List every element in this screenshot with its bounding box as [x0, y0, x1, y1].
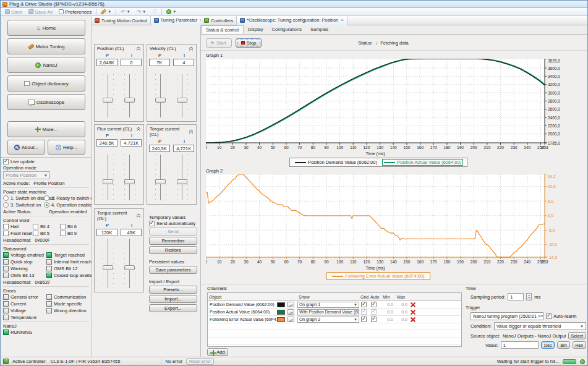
about-button[interactable]: N About...: [7, 140, 45, 155]
torque-cl-i-value[interactable]: 4,721K: [173, 145, 194, 152]
sidebar-item-object-dictionary[interactable]: Object dictionary: [7, 75, 85, 92]
slider-thumb[interactable]: [155, 179, 166, 184]
collapse-icon[interactable]: [189, 129, 194, 134]
position-p-value[interactable]: 2,048K: [96, 59, 117, 66]
psm-option-3[interactable]: 3. Switched on: [3, 202, 44, 208]
sidebar-item-oscilloscope[interactable]: Oscilloscope: [7, 94, 85, 110]
slider-thumb[interactable]: [124, 98, 135, 103]
slider-thumb[interactable]: [155, 98, 166, 103]
dec-button[interactable]: Dec: [541, 341, 555, 349]
export-button[interactable]: Export...: [149, 304, 197, 312]
subtab-display[interactable]: Display: [244, 25, 268, 34]
import-button[interactable]: Import...: [149, 295, 197, 303]
flux-p-slider[interactable]: [100, 153, 116, 202]
save-parameters-button[interactable]: Save parameters: [149, 266, 197, 274]
cw-bit4-checkbox[interactable]: Bit 4: [33, 224, 60, 229]
grid-checkbox[interactable]: [361, 302, 367, 307]
position-p-slider[interactable]: [100, 73, 116, 119]
trigger-select[interactable]: NanoJ tuning program (2500:01 >= 1)▼: [471, 312, 543, 320]
show-dropdown[interactable]: On graph 1▼: [297, 302, 359, 308]
help-button[interactable]: ? Help...: [48, 140, 85, 155]
psm-option-2[interactable]: 2. Ready to switch on: [44, 195, 96, 201]
position-i-slider[interactable]: [122, 73, 138, 119]
show-dropdown[interactable]: With Position Demand Value (606▼: [297, 309, 359, 315]
save-all-button[interactable]: Save All: [27, 9, 54, 15]
channel-color-swatch[interactable]: [277, 317, 285, 322]
channel-row-position-actual[interactable]: Position Actual Value (6064:00) With Pos…: [208, 309, 461, 316]
show-dropdown[interactable]: On graph 2▼: [297, 317, 359, 323]
channel-row-position-demand[interactable]: Position Demand Value (6062:00) On graph…: [208, 301, 461, 309]
stop-button[interactable]: Stop: [236, 38, 262, 48]
collapse-icon[interactable]: [136, 213, 141, 218]
channel-color-swatch[interactable]: [277, 310, 285, 315]
edit-pen-icon[interactable]: [287, 302, 294, 307]
wizard-button[interactable]: ▼: [99, 9, 113, 15]
trigger-value-input[interactable]: 1: [501, 341, 539, 349]
delete-channel-icon[interactable]: [410, 302, 416, 308]
slider-thumb[interactable]: [103, 98, 113, 103]
close-icon[interactable]: ×: [341, 17, 344, 23]
torque-ol-i-value[interactable]: 45K: [121, 229, 142, 236]
tab-tuning-parameter[interactable]: Tuning Parameter ×: [151, 16, 207, 25]
flux-i-value[interactable]: 4,721K: [121, 139, 142, 147]
edit-pen-icon[interactable]: [287, 317, 294, 322]
subtab-samples[interactable]: Samples: [306, 25, 333, 34]
auto-rearm-checkbox[interactable]: Auto-rearm: [546, 313, 577, 319]
cw-bit9-checkbox[interactable]: Bit 9: [60, 231, 89, 236]
restore-button[interactable]: Restore: [149, 246, 197, 254]
select-button[interactable]: Select: [568, 332, 586, 339]
sidebar-item-home[interactable]: ⌂ Home: [7, 20, 85, 36]
auto-checkbox[interactable]: [371, 317, 377, 322]
collapse-icon[interactable]: [136, 127, 141, 132]
edit-pen-icon[interactable]: [287, 309, 294, 315]
start-button[interactable]: Start: [206, 38, 232, 48]
live-update-checkbox[interactable]: Live update: [3, 159, 89, 164]
torque-cl-i-slider[interactable]: [174, 153, 190, 202]
delete-channel-icon[interactable]: [410, 317, 416, 323]
collapse-icon[interactable]: [189, 46, 194, 51]
sidebar-item-motor-tuning[interactable]: Motor Tuning: [7, 38, 85, 54]
sampling-period-input[interactable]: 1: [508, 293, 524, 300]
tab-oscilloscope-config[interactable]: *Oscilloscope: Tuning configuration: Pos…: [237, 16, 347, 25]
torque-cl-p-slider[interactable]: [153, 153, 169, 202]
remember-button[interactable]: Remember: [149, 237, 197, 245]
slider-thumb[interactable]: [103, 179, 113, 184]
cw-bit5-checkbox[interactable]: Bit 5: [33, 231, 60, 236]
slider-thumb[interactable]: [124, 179, 135, 184]
reset-error-button[interactable]: Reset error: [186, 358, 214, 365]
operation-mode-select[interactable]: Profile Position ▼: [3, 171, 50, 179]
grid-checkbox[interactable]: [361, 309, 367, 315]
save-button[interactable]: Save: [3, 9, 24, 15]
send-button[interactable]: Send: [149, 228, 197, 236]
spinner-icon[interactable]: ▲▼: [526, 293, 532, 300]
tab-controllers[interactable]: Controllers: [201, 16, 237, 25]
legend-position-demand[interactable]: Position Demand Value (6062:00): [294, 160, 378, 165]
velocity-i-value[interactable]: 4: [173, 59, 194, 66]
legend-following-error[interactable]: Following Error Actual Value (60F4:00): [331, 273, 425, 279]
connection-button[interactable]: ▼: [164, 9, 178, 15]
subtab-status-control[interactable]: Status & control: [201, 25, 244, 34]
send-automatically-checkbox[interactable]: Send automatically: [149, 221, 197, 226]
more-button[interactable]: More...: [7, 121, 85, 137]
cw-halt-checkbox[interactable]: Halt: [3, 224, 33, 229]
psm-option-4[interactable]: 4. Operation enabled: [44, 202, 96, 208]
position-i-value[interactable]: 0: [121, 59, 142, 66]
auto-checkbox[interactable]: [371, 302, 377, 307]
redo-button[interactable]: ↷▼: [135, 9, 148, 15]
condition-select[interactable]: Value bigger or equals threshold▼: [494, 322, 586, 330]
tab-tuning-motion-control[interactable]: Tuning Motion Control: [92, 16, 151, 25]
slider-thumb[interactable]: [177, 98, 187, 103]
torque-ol-p-value[interactable]: 120K: [96, 229, 117, 236]
slider-thumb[interactable]: [177, 179, 187, 184]
bin-button[interactable]: Bin: [557, 341, 569, 349]
presets-button[interactable]: Presets...: [149, 286, 197, 294]
torque-ol-i-slider[interactable]: [122, 237, 138, 289]
grid-checkbox[interactable]: [361, 317, 367, 322]
channel-row-following-error[interactable]: Following Error Actual Value (60F4:00) O…: [208, 316, 461, 323]
legend-position-actual[interactable]: Position Actual Value (6064:00): [382, 159, 463, 166]
torque-cl-p-value[interactable]: 240,5K: [149, 145, 170, 152]
auto-checkbox[interactable]: [371, 309, 377, 315]
sidebar-item-nanoj[interactable]: NanoJ: [7, 57, 85, 73]
delete-channel-icon[interactable]: [410, 309, 416, 315]
hex-button[interactable]: Hex: [573, 341, 586, 349]
